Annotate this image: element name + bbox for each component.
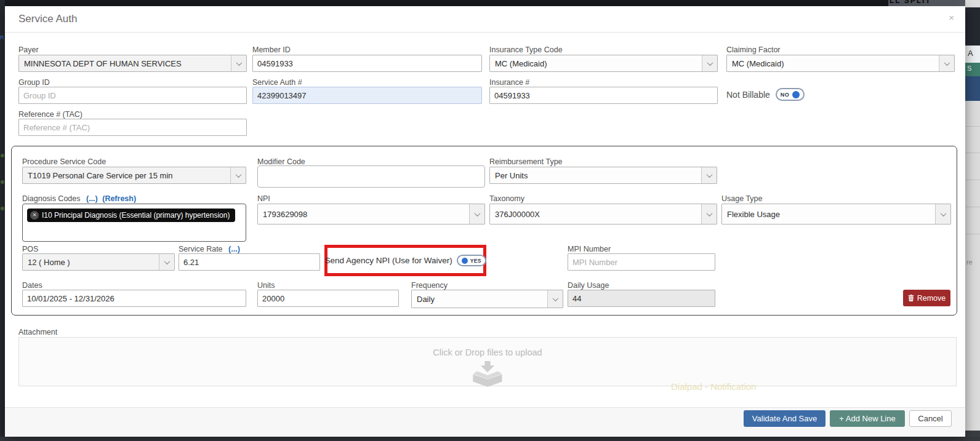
not-billable-label: Not Billable <box>726 90 770 100</box>
modal-footer: Validate And Save + Add New Line Cancel <box>5 407 965 437</box>
frequency-label: Frequency <box>411 281 448 290</box>
chevron-down-icon <box>230 167 246 183</box>
chevron-down-icon <box>231 55 246 71</box>
frequency-select[interactable]: Daily <box>411 290 563 308</box>
modal-header: Service Auth × <box>5 6 965 33</box>
remove-button-label: Remove <box>917 294 946 303</box>
payer-label: Payer <box>18 46 39 54</box>
diagnosis-more-link[interactable]: (...) <box>86 194 98 203</box>
page-bottom-bar <box>0 437 980 441</box>
reference-tac-field[interactable] <box>18 119 247 136</box>
diagnosis-tag-remove-icon[interactable]: ✕ <box>30 211 39 220</box>
procedure-code-value: T1019 Personal Care Service per 15 min <box>23 171 230 180</box>
insurance-number-field[interactable] <box>489 87 718 104</box>
remove-line-button[interactable]: Remove <box>903 290 950 306</box>
chevron-down-icon <box>547 290 563 308</box>
upload-box-icon <box>471 361 504 389</box>
insurance-type-value: MC (Medicaid) <box>490 59 702 68</box>
npi-value: 1793629098 <box>258 210 469 219</box>
claiming-factor-value: MC (Medicaid) <box>727 59 939 68</box>
bg-green-dot <box>1 180 4 184</box>
claiming-factor-label: Claiming Factor <box>726 46 781 54</box>
bg-row-blue <box>965 76 980 101</box>
insurance-number-label: Insurance # <box>489 78 529 87</box>
background-left-strip: R <box>0 0 5 441</box>
claiming-factor-select[interactable]: MC (Medicaid) <box>726 55 955 72</box>
dates-field[interactable] <box>22 290 246 307</box>
usage-type-value: Flexible Usage <box>722 210 935 219</box>
member-id-label: Member ID <box>252 46 291 54</box>
chevron-down-icon <box>939 55 954 71</box>
units-label: Units <box>257 281 275 290</box>
cancel-button[interactable]: Cancel <box>909 410 952 427</box>
taxonomy-label: Taxonomy <box>489 194 524 203</box>
not-billable-state: NO <box>781 92 789 98</box>
group-id-field[interactable] <box>18 87 247 104</box>
not-billable-toggle[interactable]: NO <box>776 88 805 101</box>
group-id-label: Group ID <box>18 78 50 87</box>
service-rate-more-link[interactable]: (...) <box>228 245 240 253</box>
member-id-field[interactable] <box>252 55 482 72</box>
bg-row-teal: S <box>965 63 980 76</box>
mpi-number-field[interactable] <box>568 253 715 271</box>
procedure-code-select[interactable]: T1019 Personal Care Service per 15 min <box>22 167 246 184</box>
insurance-type-select[interactable]: MC (Medicaid) <box>489 55 718 72</box>
diagnosis-codes-label: Diagnosis Codes <box>22 194 81 203</box>
bg-row-divider <box>965 126 980 127</box>
chevron-down-icon <box>935 204 950 224</box>
service-auth-number-label: Service Auth # <box>252 78 302 87</box>
add-new-line-button[interactable]: + Add New Line <box>830 410 905 427</box>
pos-value: 12 ( Home ) <box>23 258 159 267</box>
bg-row-a: A <box>965 46 980 63</box>
usage-type-select[interactable]: Flexible Usage <box>721 204 951 224</box>
chevron-down-icon <box>702 55 717 71</box>
units-field[interactable] <box>257 290 399 307</box>
frequency-value: Daily <box>412 295 547 304</box>
modifier-code-label: Modifier Code <box>257 157 305 166</box>
mpi-number-label: MPI Number <box>568 245 611 253</box>
service-rate-field[interactable] <box>179 253 320 271</box>
toggle-knob-icon <box>462 258 468 264</box>
diagnosis-refresh-link[interactable]: (Refresh) <box>102 194 136 203</box>
bill-split-text: BILL SPLIT <box>888 0 931 5</box>
procedure-code-label: Procedure Service Code <box>22 157 106 166</box>
pos-label: POS <box>22 245 38 253</box>
diagnosis-codes-label-row: Diagnosis Codes (...) (Refresh) <box>22 194 136 203</box>
bg-row-divider <box>965 234 980 234</box>
service-rate-label-row: Service Rate (...) <box>179 245 240 253</box>
modal-title: Service Auth <box>18 13 77 25</box>
pos-select[interactable]: 12 ( Home ) <box>22 253 175 271</box>
payer-select[interactable]: MINNESOTA DEPT OF HUMAN SERVICES <box>18 55 247 72</box>
bg-green-dot <box>1 154 4 157</box>
taxonomy-select[interactable]: 376J00000X <box>489 204 717 224</box>
send-agency-npi-label: Send Agency NPI (Use for Waiver) <box>324 256 452 265</box>
send-agency-npi-toggle[interactable]: YES <box>457 255 486 266</box>
background-table-strip: A S re <box>965 0 980 441</box>
reference-tac-label: Reference # (TAC) <box>18 110 82 119</box>
npi-label: NPI <box>257 194 270 203</box>
send-agency-npi-annotation-box: Send Agency NPI (Use for Waiver) YES <box>324 245 486 276</box>
bg-row-re: re <box>965 258 980 269</box>
chevron-down-icon <box>701 167 717 183</box>
notification-ghost-text: Dialpad - Notification <box>671 381 756 392</box>
reimbursement-type-select[interactable]: Per Units <box>489 167 717 184</box>
modifier-code-field[interactable] <box>257 165 485 188</box>
reimbursement-type-value: Per Units <box>490 171 701 180</box>
diagnosis-codes-box[interactable]: ✕ I10 Principal Diagnosis (Essential (pr… <box>22 204 246 242</box>
service-rate-label: Service Rate <box>179 245 223 253</box>
chevron-down-icon <box>701 204 717 224</box>
attachment-label: Attachment <box>18 328 57 336</box>
service-auth-number-field[interactable] <box>252 87 482 104</box>
bg-row-divider <box>965 153 980 153</box>
daily-usage-field[interactable] <box>568 290 715 307</box>
chevron-down-icon <box>469 204 484 224</box>
attachment-dropzone[interactable]: Click or Drop files to upload <box>18 337 957 386</box>
diagnosis-tag-text: I10 Principal Diagnosis (Essential (prim… <box>42 211 230 220</box>
usage-type-label: Usage Type <box>721 194 762 203</box>
npi-select[interactable]: 1793629098 <box>257 204 485 224</box>
close-icon[interactable]: × <box>949 12 954 23</box>
payer-value: MINNESOTA DEPT OF HUMAN SERVICES <box>19 59 231 68</box>
validate-and-save-button[interactable]: Validate And Save <box>744 410 825 427</box>
dates-label: Dates <box>22 281 42 290</box>
diagnosis-tag: ✕ I10 Principal Diagnosis (Essential (pr… <box>27 209 235 222</box>
